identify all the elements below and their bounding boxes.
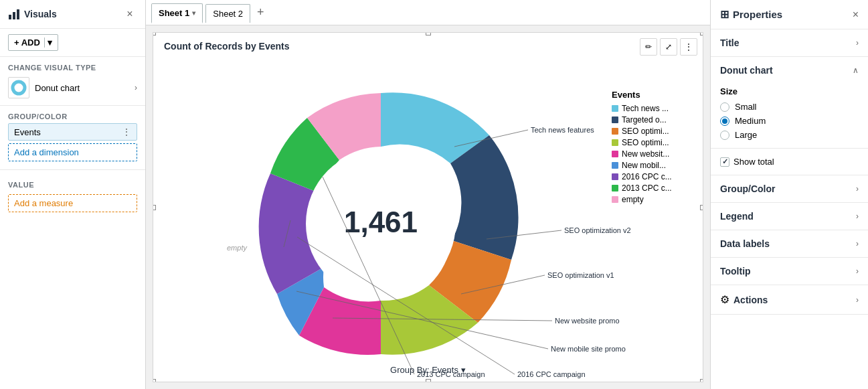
donut-chart-visual: 1,461 Tech news features SEO optimizatio… <box>173 60 628 382</box>
legend-swatch-0 <box>612 105 618 112</box>
visual-type-row[interactable]: Donut chart › <box>0 74 145 106</box>
right-panel: ⊞ Properties × Title › Donut chart ∧ Siz… <box>710 0 868 389</box>
svg-rect-0 <box>9 15 11 19</box>
actions-left: ⚙ Actions <box>720 293 768 306</box>
donut-section-chevron-icon: ∧ <box>853 66 859 75</box>
add-label: + ADD <box>14 37 40 48</box>
size-option-medium[interactable]: Medium <box>720 116 859 126</box>
properties-icon: ⊞ <box>720 8 729 21</box>
checkbox-check-icon: ✓ <box>722 157 728 166</box>
size-option-small[interactable]: Small <box>720 102 859 112</box>
tabs-bar: Sheet 1 ▾ Sheet 2 + <box>146 0 710 25</box>
properties-title: ⊞ Properties <box>720 8 782 21</box>
resize-handle-tl[interactable] <box>153 32 156 35</box>
legend-title: Events <box>612 90 692 100</box>
donut-svg: 1,461 Tech news features SEO optimizatio… <box>173 60 642 382</box>
main-area: Sheet 1 ▾ Sheet 2 + ✏ ⤢ ⋮ Count of Recor… <box>146 0 710 389</box>
chart-footer[interactable]: Group By: Events ▾ <box>390 365 466 375</box>
prop-section-data-labels: Data labels › <box>711 230 868 258</box>
prop-section-title: Title › <box>711 29 868 57</box>
prop-section-group-color-header[interactable]: Group/Color › <box>711 175 868 202</box>
resize-handle-right[interactable] <box>700 205 703 210</box>
value-section: VALUE Add a measure <box>0 170 145 215</box>
legend-swatch-2 <box>612 128 618 135</box>
svg-rect-1 <box>13 12 15 19</box>
tab-sheet1-caret-icon: ▾ <box>192 9 195 17</box>
resize-handle-left[interactable] <box>153 205 156 210</box>
tab-sheet1[interactable]: Sheet 1 ▾ <box>151 3 203 23</box>
radio-small[interactable] <box>720 102 729 112</box>
dimension-menu-icon[interactable]: ⋮ <box>122 127 131 137</box>
radio-large[interactable] <box>720 131 729 140</box>
resize-handle-br[interactable] <box>700 379 703 382</box>
change-visual-type-label: CHANGE VISUAL TYPE <box>0 57 145 74</box>
dimension-name: Events <box>14 127 41 137</box>
visual-type-left: Donut chart <box>8 77 80 98</box>
prop-section-tooltip-header[interactable]: Tooltip › <box>711 258 868 285</box>
legend-swatch-5 <box>612 162 618 169</box>
more-chart-options-button[interactable]: ⋮ <box>680 38 697 56</box>
chart-title: Count of Records by Events <box>164 41 289 52</box>
footer-chevron-icon: ▾ <box>461 365 466 375</box>
title-section-chevron-icon: › <box>856 38 859 48</box>
expand-chart-button[interactable]: ⤢ <box>660 38 677 56</box>
chart-container: ✏ ⤢ ⋮ Count of Records by Events <box>153 32 703 382</box>
add-measure-box[interactable]: Add a measure <box>8 194 137 212</box>
legend-swatch-3 <box>612 139 618 146</box>
actions-label: Actions <box>733 295 768 305</box>
prop-section-legend: Legend › <box>711 203 868 230</box>
edit-chart-button[interactable]: ✏ <box>640 38 657 56</box>
prop-section-donut: Donut chart ∧ Size Small Medium <box>711 57 868 149</box>
tab-sheet2[interactable]: Sheet 2 <box>205 4 250 23</box>
legend-swatch-8 <box>612 196 618 203</box>
show-total-label: Show total <box>733 157 774 167</box>
legend-item-6: 2016 CPC c... <box>612 172 692 181</box>
radio-medium[interactable] <box>720 116 729 126</box>
legend-item-5: New mobil... <box>612 161 692 170</box>
dimension-pill[interactable]: Events ⋮ <box>8 123 137 141</box>
label-empty: empty <box>227 244 248 252</box>
left-panel: Visuals × + ADD ▾ CHANGE VISUAL TYPE Don… <box>0 0 146 389</box>
show-total-row[interactable]: ✓ Show total <box>711 149 868 175</box>
visuals-icon <box>8 8 20 20</box>
add-sheet-button[interactable]: + <box>253 5 268 19</box>
prop-section-tooltip: Tooltip › <box>711 258 868 285</box>
visuals-title: Visuals <box>8 8 57 20</box>
prop-section-legend-header[interactable]: Legend › <box>711 203 868 230</box>
legend-item-0: Tech news ... <box>612 104 692 113</box>
prop-section-data-labels-header[interactable]: Data labels › <box>711 230 868 257</box>
label-new-mobile: New mobile site promo <box>551 345 626 353</box>
add-caret-icon: ▾ <box>44 37 52 48</box>
resize-handle-top[interactable] <box>426 32 431 35</box>
actions-icon: ⚙ <box>720 293 729 306</box>
size-options: Small Medium Large <box>720 102 859 140</box>
prop-section-title-header[interactable]: Title › <box>711 29 868 56</box>
legend-swatch-6 <box>612 173 618 180</box>
legend-section-chevron-icon: › <box>856 212 859 221</box>
legend-item-8: empty <box>612 195 692 204</box>
show-total-checkbox[interactable]: ✓ <box>720 157 729 167</box>
size-label: Size <box>720 86 859 96</box>
svg-rect-2 <box>17 9 19 19</box>
size-option-large[interactable]: Large <box>720 130 859 140</box>
legend-item-3: SEO optimi... <box>612 138 692 147</box>
group-color-label: GROUP/COLOR <box>0 106 145 123</box>
label-tech-news: Tech news features <box>531 126 594 134</box>
resize-handle-tr[interactable] <box>700 32 703 35</box>
close-right-panel-button[interactable]: × <box>853 9 859 21</box>
add-button[interactable]: + ADD ▾ <box>8 34 58 51</box>
add-dimension-box[interactable]: Add a dimension <box>8 143 137 161</box>
center-value-text: 1,461 <box>344 206 418 238</box>
legend-item-1: Targeted o... <box>612 115 692 125</box>
svg-point-4 <box>15 84 22 91</box>
actions-row[interactable]: ⚙ Actions › <box>711 285 868 315</box>
close-left-panel-button[interactable]: × <box>122 7 137 21</box>
prop-section-donut-header[interactable]: Donut chart ∧ <box>711 57 868 84</box>
resize-handle-bl[interactable] <box>153 379 156 382</box>
chart-toolbar: ✏ ⤢ ⋮ <box>640 38 697 56</box>
legend-item-2: SEO optimi... <box>612 127 692 136</box>
label-seo-v1: SEO optimization v1 <box>547 271 614 279</box>
legend-swatch-1 <box>612 116 618 123</box>
prop-section-donut-content: Size Small Medium Large <box>711 84 868 148</box>
legend-swatch-4 <box>612 151 618 157</box>
